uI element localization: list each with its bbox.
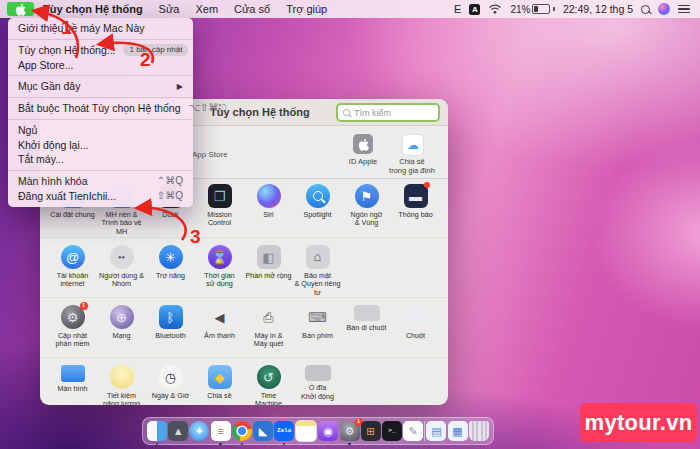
startup-disk-icon [305, 365, 331, 381]
trash-icon [469, 421, 489, 441]
apple-menu-item-restart[interactable]: Khởi động lại... [8, 138, 193, 153]
pref-notifications[interactable]: ▬Thông báo [391, 177, 440, 237]
dock-item-trash[interactable] [469, 421, 489, 441]
startup-disk-label: Ổ đĩa Khởi động [301, 384, 334, 401]
dock-item-calculator[interactable]: ⊞ [361, 421, 381, 441]
pref-keyboard[interactable]: ⌨Bàn phím [293, 298, 342, 357]
family-sharing-icon[interactable]: ☁ [402, 134, 424, 156]
dock-item-chrome[interactable] [232, 421, 252, 441]
menu-cua-so[interactable]: Cửa sổ [234, 3, 270, 15]
apple-menu-item-about-this-mac[interactable]: Giới thiệu về máy Mac Này [8, 21, 193, 36]
safari-icon: ✦ [189, 421, 209, 441]
dock-item-reminders[interactable]: ≡ [211, 421, 231, 441]
apple-menu-item-recent-items[interactable]: Mục Gần đây▶ [8, 79, 193, 94]
stack-screenshots-icon: ▦ [448, 421, 468, 441]
menu-item-label: Mục Gần đây [18, 80, 169, 92]
pref-language-region[interactable]: ⚑Ngôn ngữ & Vùng [342, 177, 391, 237]
pref-displays[interactable]: Màn hình [48, 358, 97, 405]
mission-control-icon: ❐ [208, 184, 232, 208]
pref-sharing[interactable]: ◆Chia sẻ [195, 358, 244, 405]
dock-item-terminal[interactable]: >_ [382, 421, 402, 441]
dock-item-stack-documents[interactable]: ▤ [426, 421, 446, 441]
pref-screen-time[interactable]: ⌛Thời gian sử dụng [195, 238, 244, 297]
keyboard-shortcut: ⌃⌘Q [157, 175, 183, 187]
pref-energy-saver[interactable]: Tiết kiệm năng lượng [97, 358, 146, 405]
menu-tro-giup[interactable]: Trợ giúp [286, 3, 327, 15]
pref-bluetooth[interactable]: ᛒBluetooth [146, 298, 195, 357]
pref-internet-accounts[interactable]: @Tài khoản internet [48, 238, 97, 297]
apple-menu-button[interactable] [7, 2, 34, 16]
pref-spotlight[interactable]: Spotlight [293, 177, 342, 237]
pref-printers-scanners[interactable]: ⎙Máy in & Máy quét [244, 298, 293, 357]
wifi-icon[interactable] [488, 4, 502, 14]
pref-siri[interactable]: Siri [244, 177, 293, 237]
keyboard-shortcut: ⇧⌘Q [157, 190, 183, 202]
pref-network[interactable]: ⊕Mạng [97, 298, 146, 357]
pref-date-time[interactable]: ◷Ngày & Giờ [146, 358, 195, 405]
dock-item-vscode[interactable]: ◣ [253, 421, 273, 441]
input-method-badge[interactable]: A [469, 4, 480, 15]
cloud-icon: ☁ [407, 138, 419, 152]
textedit-icon: ✎ [403, 421, 423, 441]
dock-item-podcasts[interactable]: ◉ [318, 421, 338, 441]
dock-item-textedit[interactable]: ✎ [403, 421, 423, 441]
users-groups-icon: ●● [110, 245, 134, 269]
pref-sound[interactable]: ◀Âm thanh [195, 298, 244, 357]
running-indicator [219, 443, 222, 446]
pref-software-update[interactable]: ⚙1Cập nhật phần mềm [48, 298, 97, 357]
security-privacy-label: Bảo mật & Quyền riêng tư [293, 272, 342, 297]
pref-security-privacy[interactable]: ⌂Bảo mật & Quyền riêng tư [293, 238, 342, 297]
pref-time-machine[interactable]: ↺Time Machine [244, 358, 293, 405]
menu-app-name[interactable]: Tùy chọn Hệ thống [43, 3, 143, 15]
launchpad-icon: ▲ [168, 421, 188, 441]
apple-menu-item-system-preferences[interactable]: Tùy chọn Hệ thống...1 bản cập nhật [8, 43, 193, 58]
apple-menu-item-app-store[interactable]: App Store... [8, 58, 193, 73]
dock-item-safari[interactable]: ✦ [189, 421, 209, 441]
apple-logo-icon [15, 3, 26, 16]
pref-extensions[interactable]: ◧Phần mở rộng [244, 238, 293, 297]
notification-badge: 1 [80, 302, 88, 310]
dock-item-launchpad[interactable]: ▲ [168, 421, 188, 441]
menu-sua[interactable]: Sửa [159, 3, 180, 15]
spotlight-label: Spotlight [304, 211, 332, 219]
pref-mouse[interactable]: Chuột [391, 298, 440, 357]
siri-menu-icon[interactable] [658, 3, 670, 15]
pref-trackpad[interactable]: Bàn di chuột [342, 298, 391, 357]
keyboard-icon: ⌨ [306, 305, 330, 329]
dock-item-finder[interactable] [147, 421, 167, 441]
pref-accessibility[interactable]: ✳Trợ năng [146, 238, 195, 297]
network-icon: ⊕ [110, 305, 134, 329]
screen-time-label: Thời gian sử dụng [204, 272, 234, 289]
spotlight-menu-icon[interactable] [641, 5, 650, 14]
menu-bar-clock[interactable]: 22:49, 12 thg 5 [563, 3, 633, 15]
pref-users-groups[interactable]: ●●Người dùng & Nhóm [97, 238, 146, 297]
pref-startup-disk[interactable]: Ổ đĩa Khởi động [293, 358, 342, 405]
submenu-arrow-icon: ▶ [177, 82, 183, 91]
apple-menu-item-sleep[interactable]: Ngủ [8, 123, 193, 138]
date-time-icon: ◷ [159, 365, 183, 389]
pref-mission-control[interactable]: ❐Mission Control [195, 177, 244, 237]
apple-menu-item-lock-screen[interactable]: Màn hình khóa⌃⌘Q [8, 174, 193, 189]
dock-divider [424, 421, 425, 441]
control-center-icon[interactable] [678, 5, 690, 14]
battery-nub [553, 7, 555, 11]
podcasts-icon: ◉ [318, 421, 338, 441]
dock-item-notes[interactable] [295, 420, 317, 442]
apple-menu-item-log-out[interactable]: Đăng xuất TienIchii...⇧⌘Q [8, 189, 193, 204]
watermark-badge: mytour.vn [580, 403, 697, 442]
battery-indicator[interactable]: 21% [510, 4, 555, 15]
dock-item-system-preferences[interactable]: ⚙1 [340, 421, 360, 441]
apple-id-icon[interactable] [353, 134, 373, 154]
app-menus: SửaXemCửa sổTrợ giúp [143, 3, 328, 15]
bluetooth-label: Bluetooth [155, 332, 185, 340]
language-region-label: Ngôn ngữ & Vùng [351, 211, 383, 228]
dock-item-stack-screenshots[interactable]: ▦ [448, 421, 468, 441]
input-source-indicator[interactable]: E [454, 3, 461, 15]
search-field[interactable]: Tìm kiếm [336, 103, 440, 122]
dock-item-zalo[interactable]: Zalo [274, 421, 294, 441]
battery-icon [532, 4, 550, 14]
apple-menu-item-shut-down[interactable]: Tắt máy... [8, 152, 193, 167]
menu-xem[interactable]: Xem [195, 3, 218, 15]
menu-item-label: Đăng xuất TienIchii... [18, 190, 149, 202]
apple-menu-item-force-quit[interactable]: Bắt buộc Thoát Tùy chọn Hệ thống⌥⇧⌘⎋ [8, 101, 193, 116]
